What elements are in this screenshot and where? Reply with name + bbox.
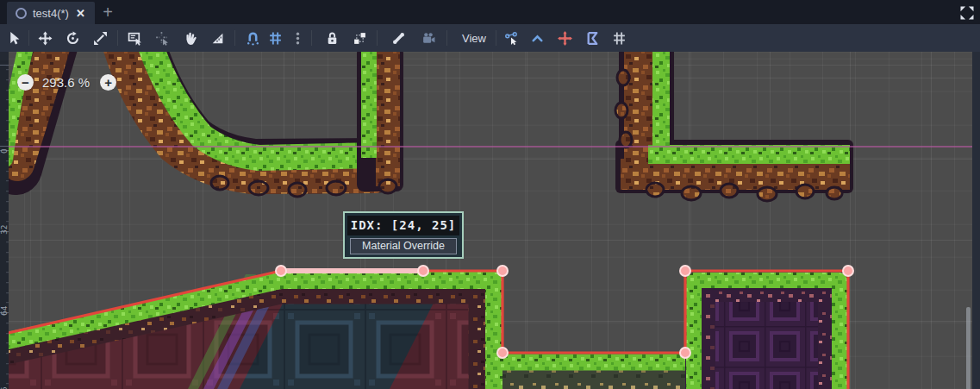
ruler-corner — [0, 52, 9, 60]
toolbar-separator — [28, 30, 29, 46]
shape-point-handle[interactable] — [680, 266, 690, 276]
collapse-chevron-icon[interactable] — [527, 28, 547, 48]
rotate-tool-button[interactable] — [62, 28, 83, 48]
shape-point-handle[interactable] — [497, 348, 508, 358]
pan-tool-button[interactable] — [179, 28, 200, 48]
scene-tab-bar: test4(*) ✕ + — [0, 0, 980, 24]
smart-snap-icon[interactable] — [242, 28, 263, 48]
shape-point-handle[interactable] — [418, 266, 428, 276]
point-info-tooltip: IDX: [24, 25] Material Override — [343, 211, 464, 259]
shape-point-handle[interactable] — [843, 266, 853, 276]
zoom-out-button[interactable]: − — [17, 74, 34, 91]
scene-icon — [16, 8, 27, 19]
toolbar-separator — [377, 30, 378, 46]
grid-snap-icon[interactable] — [265, 28, 285, 48]
terrain-ceiling-right — [615, 52, 853, 201]
position-select-button[interactable] — [152, 28, 172, 48]
move-tool-button[interactable] — [34, 28, 55, 48]
lock-icon[interactable] — [321, 28, 342, 48]
close-tab-icon[interactable]: ✕ — [76, 7, 85, 20]
shape-point-handle[interactable] — [276, 266, 286, 276]
list-select-button[interactable] — [124, 28, 145, 48]
new-tab-button[interactable]: + — [97, 0, 119, 24]
shape-point-handle[interactable] — [497, 266, 508, 276]
canvas-toolbar: View — [0, 24, 980, 52]
terrain-ground-shape — [9, 266, 853, 389]
scene-tab-test4[interactable]: test4(*) ✕ — [7, 2, 95, 24]
zoom-level-label[interactable]: 293.6 % — [42, 75, 90, 90]
camera-preview-icon[interactable] — [418, 28, 439, 48]
v-ruler-label: 0 — [0, 148, 9, 154]
toolbar-separator — [446, 30, 447, 46]
tooltip-idx-label: IDX: [24, 25] — [347, 216, 459, 235]
toolbar-separator — [117, 30, 118, 46]
view-menu-button[interactable]: View — [453, 28, 495, 48]
select-tool-button[interactable] — [3, 28, 24, 48]
panel-edge — [972, 52, 980, 389]
move-point-icon[interactable] — [554, 28, 575, 48]
zoom-in-button[interactable]: + — [100, 74, 116, 91]
point-select-icon[interactable] — [501, 28, 521, 48]
edit-polygon-icon[interactable] — [582, 28, 602, 48]
viewport-canvas[interactable]: − 293.6 % + IDX: [24, 25] Material Overr… — [9, 52, 972, 389]
vertical-scrollbar[interactable] — [966, 307, 971, 389]
toolbar-separator — [234, 30, 235, 46]
grid-options-icon[interactable] — [609, 28, 629, 48]
more-options-icon[interactable] — [287, 28, 308, 48]
group-icon[interactable] — [349, 28, 370, 48]
scene-tab-label: test4(*) — [33, 7, 69, 20]
godot-2d-editor: test4(*) ✕ + — [0, 0, 980, 389]
toolbar-separator — [496, 30, 496, 46]
toolbar-separator — [311, 30, 312, 46]
bone-icon[interactable] — [388, 28, 409, 48]
v-ruler-label: 32 — [0, 224, 9, 234]
vertical-ruler[interactable]: 0326496 — [0, 60, 9, 389]
ruler-tool-button[interactable] — [207, 28, 228, 48]
zoom-widget: − 293.6 % + — [17, 74, 116, 91]
v-ruler-label: 64 — [0, 305, 9, 315]
shape-point-handle[interactable] — [680, 348, 690, 358]
expand-viewport-icon[interactable] — [958, 4, 976, 22]
scale-tool-button[interactable] — [90, 28, 110, 48]
tooltip-material-label: Material Override — [350, 238, 457, 254]
viewport-scene — [9, 52, 972, 389]
